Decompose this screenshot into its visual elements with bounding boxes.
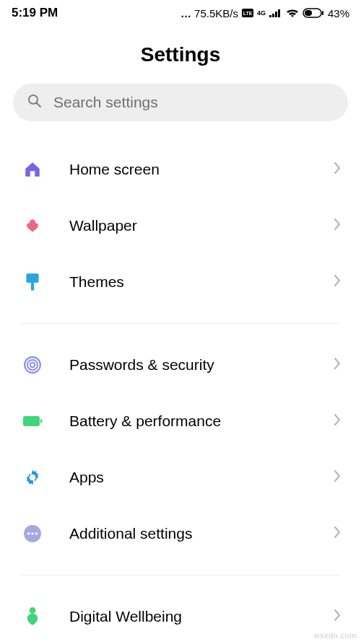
chevron-right-icon — [334, 609, 341, 625]
chevron-right-icon — [334, 162, 341, 177]
svg-rect-11 — [26, 273, 38, 283]
svg-rect-4 — [275, 12, 277, 17]
dots-icon — [20, 521, 45, 546]
settings-item-label: Additional settings — [69, 525, 334, 542]
section-divider — [20, 323, 341, 324]
status-time: 5:19 PM — [12, 6, 58, 20]
svg-text:LTE: LTE — [243, 11, 253, 16]
svg-rect-8 — [322, 11, 323, 15]
wellbeing-icon — [20, 604, 45, 629]
settings-item-label: Digital Wellbeing — [69, 608, 334, 625]
battery-percent: 43% — [328, 7, 349, 19]
svg-rect-3 — [272, 14, 274, 17]
svg-rect-7 — [305, 10, 312, 16]
brush-icon — [20, 270, 45, 294]
svg-point-22 — [35, 532, 38, 534]
settings-item-label: Apps — [69, 469, 334, 486]
gear-icon — [20, 465, 45, 490]
settings-item-label: Themes — [69, 273, 334, 291]
chevron-right-icon — [334, 274, 341, 290]
chevron-right-icon — [334, 413, 341, 429]
svg-rect-5 — [278, 9, 280, 17]
settings-item-themes[interactable]: Themes — [0, 254, 361, 310]
settings-item-passwords-security[interactable]: Passwords & security — [0, 337, 361, 393]
settings-item-additional-settings[interactable]: Additional settings — [0, 506, 361, 562]
svg-rect-2 — [269, 15, 271, 17]
settings-item-label: Passwords & security — [69, 356, 334, 374]
settings-item-wallpaper[interactable]: Wallpaper — [0, 198, 361, 254]
settings-item-digital-wellbeing[interactable]: Digital Wellbeing — [0, 588, 361, 644]
settings-item-label: Home screen — [69, 161, 334, 178]
fingerprint-icon — [20, 353, 45, 377]
svg-rect-17 — [40, 419, 42, 423]
settings-item-apps[interactable]: Apps — [0, 449, 361, 506]
svg-point-18 — [30, 475, 35, 480]
svg-rect-16 — [23, 416, 40, 426]
watermark: wsxdn.com — [313, 631, 357, 640]
search-icon — [27, 94, 42, 111]
svg-point-21 — [31, 532, 33, 534]
svg-point-14 — [27, 360, 38, 370]
settings-item-label: Battery & performance — [69, 413, 334, 430]
home-icon — [20, 157, 45, 182]
chevron-right-icon — [334, 218, 341, 234]
volte-icon: LTE — [242, 9, 253, 17]
section-divider — [20, 575, 341, 575]
svg-rect-12 — [31, 283, 34, 291]
settings-list: Home screenWallpaperThemesPasswords & se… — [0, 141, 361, 644]
status-bar: 5:19 PM … 75.5KB/s LTE 4G 43% — [0, 0, 361, 23]
settings-item-battery-performance[interactable]: Battery & performance — [0, 393, 361, 449]
battery-icon — [20, 409, 45, 433]
svg-point-15 — [30, 363, 35, 368]
signal-4g-icon: 4G — [257, 10, 266, 17]
signal-icon — [269, 9, 282, 17]
chevron-right-icon — [334, 526, 341, 542]
flower-icon — [20, 213, 45, 238]
svg-point-23 — [30, 607, 36, 614]
search-input[interactable]: Search settings — [13, 84, 348, 121]
page-title: Settings — [0, 43, 361, 66]
svg-point-20 — [27, 532, 30, 534]
chevron-right-icon — [334, 469, 341, 485]
status-network-speed: 75.5KB/s — [194, 7, 238, 19]
search-placeholder: Search settings — [53, 94, 158, 111]
settings-item-home-screen[interactable]: Home screen — [0, 141, 361, 198]
svg-point-9 — [29, 95, 38, 104]
svg-line-10 — [37, 103, 40, 107]
status-dots-icon: … — [180, 7, 191, 19]
battery-icon — [303, 8, 324, 18]
settings-item-label: Wallpaper — [69, 217, 334, 234]
status-indicators: … 75.5KB/s LTE 4G 43% — [180, 7, 349, 19]
chevron-right-icon — [334, 357, 341, 373]
wifi-icon — [286, 8, 299, 18]
